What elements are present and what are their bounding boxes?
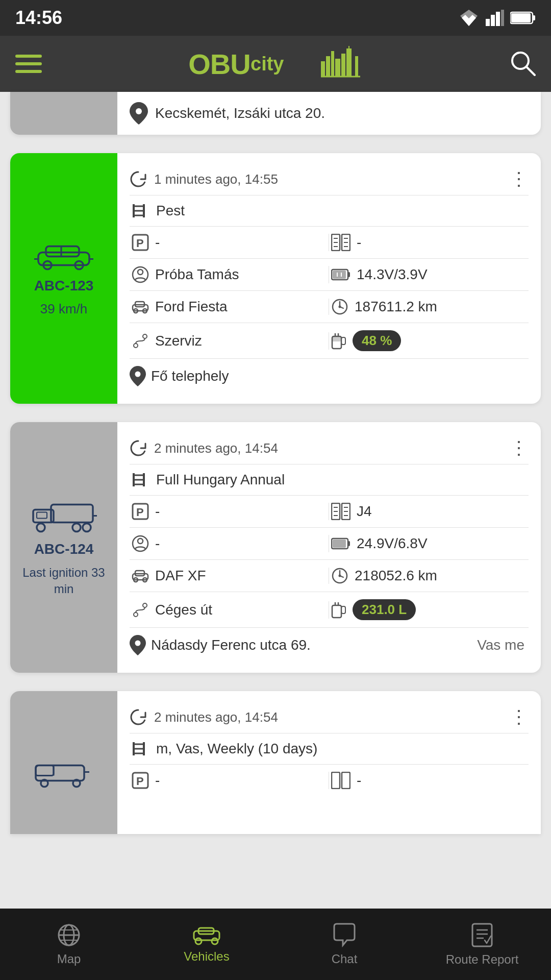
card-sidebar-3: [10, 691, 117, 834]
vehicle-status-2: Last ignition 33 min: [15, 565, 112, 596]
svg-point-91: [138, 538, 143, 544]
voltage-value-1: 14.3V/3.9V: [357, 266, 428, 283]
location-pin-icon-1: [130, 366, 146, 386]
route-icon-1: [132, 332, 149, 350]
svg-rect-74: [37, 512, 47, 519]
nav-chat-label: Chat: [332, 952, 358, 966]
model-odo-row-1: Ford Fiesta 187611.2 km: [130, 291, 529, 323]
svg-rect-3: [491, 15, 495, 26]
voltage-col-1: 14.3V/3.9V: [329, 266, 529, 283]
svg-point-133: [212, 938, 218, 944]
car-icon: [33, 240, 94, 271]
card-sidebar-2: ABC-124 Last ignition 33 min: [10, 422, 117, 673]
driver-name-2: -: [155, 535, 160, 552]
svg-point-71: [72, 524, 81, 532]
road-type-row-1: Pest: [130, 195, 529, 227]
svg-point-132: [195, 938, 202, 944]
location-text-2: Nádasdy Ferenc utca 69.: [151, 637, 311, 653]
status-bar: 14:56: [0, 0, 551, 36]
route-col-2: Céges út: [130, 601, 329, 619]
refresh-icon-1: [130, 170, 147, 188]
svg-point-66: [135, 372, 141, 377]
driver-col-2: -: [130, 535, 329, 552]
fuel-col-2: 231.0 L: [329, 599, 529, 620]
svg-point-59: [134, 344, 138, 348]
svg-rect-7: [511, 13, 531, 22]
search-button[interactable]: [509, 50, 536, 78]
road-type-row-2: Full Hungary Annual: [130, 464, 529, 496]
more-options-2[interactable]: ⋮: [510, 439, 529, 457]
battery-icon: [510, 11, 536, 24]
location-row-2: Nádasdy Ferenc utca 69. Vas me: [130, 628, 529, 663]
more-options-3[interactable]: ⋮: [510, 708, 529, 726]
odo-col-1: 187611.2 km: [329, 298, 529, 315]
truck-icon: [31, 498, 97, 534]
fuel-icon-2: [331, 601, 346, 619]
more-options-1[interactable]: ⋮: [510, 170, 529, 188]
search-icon: [509, 50, 536, 76]
driver-voltage-row-2: - 24.9V/6.8V: [130, 528, 529, 560]
svg-point-103: [134, 612, 138, 617]
timestamp-text-3: 2 minutes ago, 14:54: [154, 709, 278, 725]
driver-icon-2: [132, 535, 149, 552]
report-icon: [470, 922, 494, 948]
model-value-2: DAF XF: [155, 568, 206, 584]
parking-icon-2: P: [132, 503, 149, 520]
odo-value-2: 218052.6 km: [355, 568, 437, 584]
nav-map[interactable]: Map: [0, 909, 138, 980]
svg-point-70: [37, 524, 45, 532]
nav-vehicles[interactable]: Vehicles: [138, 909, 276, 980]
svg-rect-14: [341, 54, 345, 77]
gear-icon-3: [331, 772, 350, 789]
partial-location-text: Kecskemét, Izsáki utca 20.: [155, 105, 325, 121]
gear-col-2: J4: [329, 503, 529, 520]
route-col-1: Szerviz: [130, 332, 329, 350]
svg-rect-67: [51, 505, 93, 523]
timestamp-row-1: 1 minutes ago, 14:55 ⋮: [130, 163, 529, 195]
status-time: 14:56: [15, 7, 62, 29]
fuel-col-1: 48 %: [329, 330, 529, 351]
model-odo-row-2: DAF XF 218052.6 km: [130, 560, 529, 592]
svg-rect-13: [335, 59, 340, 77]
parking-icon-1: P: [132, 234, 149, 251]
van-icon: [33, 756, 94, 790]
svg-point-58: [339, 306, 341, 308]
location-text-1: Fő telephely: [151, 368, 229, 384]
svg-rect-110: [36, 765, 84, 780]
parking-value-1: -: [155, 234, 160, 251]
hamburger-menu[interactable]: [15, 55, 42, 73]
timestamp-text-2: 2 minutes ago, 14:54: [154, 440, 278, 456]
driver-col-1: Próba Tamás: [130, 266, 329, 283]
route-icon-2: [132, 601, 149, 619]
partial-top-card: Kecskemét, Izsáki utca 20.: [10, 92, 541, 135]
svg-rect-16: [348, 46, 349, 50]
nav-route-report[interactable]: Route Report: [413, 909, 551, 980]
card-body-1: 1 minutes ago, 14:55 ⋮ Pest: [117, 153, 541, 404]
svg-text:city: city: [251, 53, 284, 75]
gear-icon-2: [331, 503, 350, 520]
top-nav: OBU city: [0, 36, 551, 92]
voltage-value-2: 24.9V/6.8V: [357, 535, 428, 552]
card-body-2: 2 minutes ago, 14:54 ⋮ Full Hungary Annu…: [117, 422, 541, 673]
svg-rect-62: [332, 336, 341, 341]
svg-rect-123: [332, 772, 340, 789]
route-value-2: Céges út: [155, 602, 212, 618]
gear-value-3: -: [357, 772, 361, 789]
svg-rect-105: [332, 605, 341, 618]
svg-rect-111: [36, 765, 54, 775]
svg-rect-17: [355, 56, 358, 77]
svg-rect-5: [501, 10, 504, 26]
svg-text:P: P: [136, 506, 144, 519]
card-sidebar-1: ABC-123 39 km/h: [10, 153, 117, 404]
parking-value-3: -: [155, 772, 160, 789]
svg-rect-134: [472, 924, 492, 946]
nav-chat[interactable]: Chat: [276, 909, 413, 980]
gear-icon-1: [331, 234, 350, 251]
route-fuel-row-1: Szerviz 48 %: [130, 323, 529, 359]
timestamp-row-2: 2 minutes ago, 14:54 ⋮: [130, 432, 529, 464]
vehicle-plate-1: ABC-123: [34, 278, 94, 294]
svg-text:P: P: [136, 775, 144, 788]
nav-map-label: Map: [57, 952, 81, 966]
car-small-icon-1: [132, 300, 149, 314]
voltage-col-2: 24.9V/6.8V: [329, 535, 529, 552]
